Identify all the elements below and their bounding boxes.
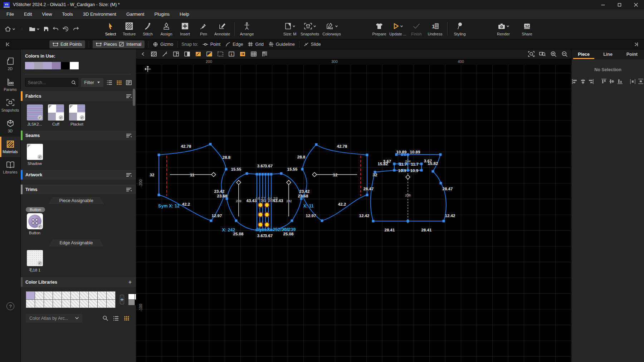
section-menu-icon[interactable]	[126, 94, 132, 98]
fabric-item[interactable]: ✓ Cuff	[47, 104, 65, 126]
section-menu-icon[interactable]	[126, 173, 132, 177]
close-button[interactable]	[628, 0, 644, 9]
color-library-cell[interactable]	[71, 300, 79, 308]
color-library-cell[interactable]	[62, 292, 70, 299]
tool-update[interactable]: Update ...	[389, 22, 407, 36]
add-color-library-button[interactable]: +	[128, 279, 132, 285]
tool-insert[interactable]: Insert	[176, 22, 194, 36]
collapse-right-icon[interactable]	[633, 41, 640, 48]
color-in-use-swatch[interactable]	[70, 62, 79, 69]
tool-select[interactable]: Select	[101, 22, 120, 36]
align-middle-icon[interactable]	[609, 78, 615, 85]
menu-garment[interactable]: Garment	[121, 9, 150, 19]
color-in-use-swatch[interactable]	[61, 62, 70, 69]
list-view-icon[interactable]	[106, 79, 113, 86]
rail-materials[interactable]: Materials	[0, 137, 20, 157]
marquee-select-icon[interactable]	[216, 50, 224, 58]
menu-3d-environment[interactable]: 3D Environment	[78, 9, 121, 19]
menu-edit[interactable]: Edit	[19, 9, 37, 19]
color-library-cell[interactable]	[53, 292, 62, 299]
distribute-h-icon[interactable]	[630, 78, 636, 85]
snap-grid-toggle[interactable]: Grid	[247, 42, 264, 47]
gizmo-toggle[interactable]: Gizmo	[152, 42, 174, 47]
tool-undress[interactable]: 1 Undress	[426, 22, 444, 36]
zoom-in-icon[interactable]	[550, 50, 557, 58]
tab-piece[interactable]: Piece	[572, 49, 596, 59]
snap-edge-toggle[interactable]: Edge	[225, 42, 244, 47]
tool-prepare[interactable]: Prepare	[370, 22, 389, 36]
tool-texture[interactable]: Texture	[120, 22, 138, 36]
tool-snapshots[interactable]: Snapshots	[299, 22, 321, 36]
color-library-cell[interactable]	[26, 292, 35, 299]
hatch-tool-icon[interactable]	[150, 50, 158, 58]
menu-file[interactable]: File	[1, 9, 19, 19]
fabric-item[interactable]: ✓ Placket	[68, 104, 86, 126]
panel-b-icon[interactable]	[183, 50, 191, 58]
zoom-out-icon[interactable]	[561, 50, 569, 58]
collapse-left-icon[interactable]	[4, 41, 11, 48]
tool-colorways[interactable]: Colorways	[321, 22, 343, 36]
align-center-h-icon[interactable]	[580, 78, 586, 85]
panel-a-icon[interactable]	[172, 50, 180, 58]
color-library-cell[interactable]	[107, 300, 115, 308]
edit-points-button[interactable]: Edit Points	[49, 40, 85, 48]
panel-scrollbar[interactable]	[133, 89, 135, 106]
color-library-cell[interactable]	[62, 300, 70, 308]
section-menu-icon[interactable]	[126, 133, 132, 138]
menu-tools[interactable]: Tools	[57, 9, 78, 19]
color-library-cell[interactable]	[35, 300, 44, 308]
menu-view[interactable]: View	[37, 9, 57, 19]
save-button[interactable]	[43, 24, 49, 34]
color-atlas-dropdown[interactable]: Color Atlas by Arc...	[26, 314, 82, 323]
search-field[interactable]	[28, 80, 71, 85]
color-in-use-swatch[interactable]	[43, 62, 52, 69]
tool-stitch[interactable]: Stitch	[138, 22, 157, 36]
pattern-plot[interactable]: -200 -100	[136, 65, 571, 362]
zoom-region-icon[interactable]	[538, 50, 546, 58]
align-left-icon[interactable]	[572, 78, 578, 85]
half-fill-icon[interactable]	[205, 50, 213, 58]
menu-plugins[interactable]: Plugins	[149, 9, 175, 19]
rail-snapshots[interactable]: Snapshots	[0, 95, 20, 116]
zoom-fit-icon[interactable]	[527, 50, 535, 58]
rail-params[interactable]: Params	[0, 74, 20, 95]
flow-arrow-icon[interactable]	[239, 50, 247, 58]
snap-guideline-toggle[interactable]: Guideline	[268, 42, 296, 47]
color-in-use-swatch[interactable]	[34, 62, 43, 69]
color-library-cell[interactable]	[80, 300, 88, 308]
grid-view-icon[interactable]	[116, 79, 123, 86]
color-library-cell[interactable]	[44, 292, 53, 299]
history-button[interactable]	[63, 24, 69, 34]
color-library-cell[interactable]	[89, 300, 97, 308]
tab-line[interactable]: Line	[596, 49, 620, 59]
color-library-cell[interactable]	[35, 292, 44, 299]
snap-point-toggle[interactable]: Point	[202, 42, 221, 47]
color-library-cell[interactable]	[53, 300, 62, 308]
tool-arrange[interactable]: Arrange	[238, 22, 256, 36]
distribute-v-icon[interactable]	[638, 78, 644, 85]
tool-pen[interactable]: Pen	[194, 22, 213, 36]
redo-button[interactable]	[73, 24, 79, 34]
awl-tool-icon[interactable]	[161, 50, 169, 58]
section-trims[interactable]: Trims	[21, 185, 136, 194]
fabric-item[interactable]: ✓ JLSK2...	[26, 104, 44, 126]
collapse-strip-icon[interactable]	[139, 50, 147, 58]
color-in-use-swatch[interactable]	[25, 62, 34, 69]
section-color-libraries[interactable]: Color Libraries +	[21, 277, 136, 287]
rail-3d[interactable]: 3D	[0, 116, 20, 136]
section-artwork[interactable]: Artwork	[21, 170, 136, 180]
tool-finish[interactable]: Finish	[407, 22, 426, 36]
section-fabrics[interactable]: Fabrics	[21, 91, 136, 101]
tool-render[interactable]: Render	[494, 22, 513, 36]
rail-2d[interactable]: 2D	[0, 54, 20, 74]
table-grid-icon[interactable]	[250, 50, 258, 58]
search-input[interactable]	[25, 78, 78, 87]
section-menu-icon[interactable]	[126, 187, 132, 192]
color-in-use-swatch[interactable]	[52, 62, 61, 69]
align-bottom-icon[interactable]	[617, 78, 623, 85]
bw-quad-swatch[interactable]	[128, 294, 136, 305]
trim-item-edge[interactable]: ✓ 毛18 1	[26, 250, 44, 273]
measure-columns-icon[interactable]	[261, 50, 269, 58]
color-library-cell[interactable]	[98, 292, 106, 299]
menu-help[interactable]: Help	[175, 9, 194, 19]
